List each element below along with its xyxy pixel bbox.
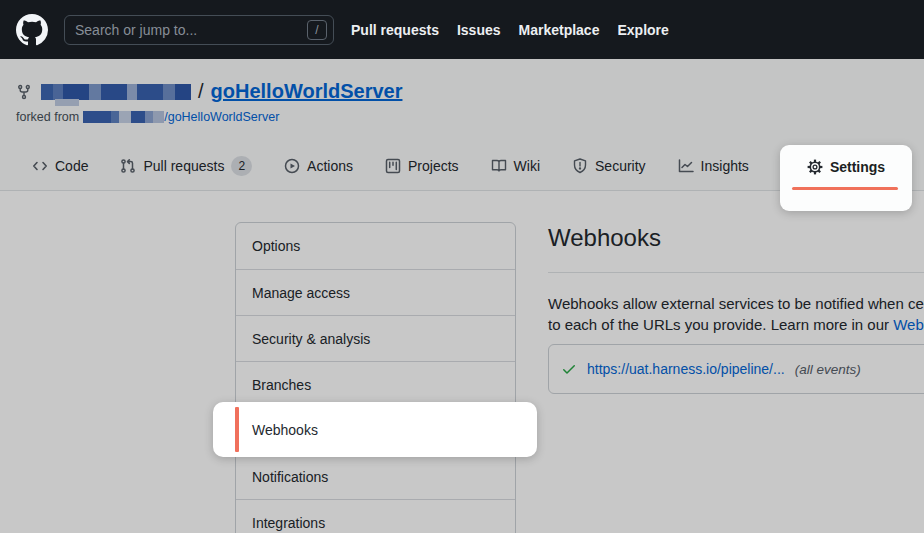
nav-link-issues[interactable]: Issues xyxy=(457,22,501,38)
sidebar-item-security-analysis[interactable]: Security & analysis xyxy=(236,315,515,361)
tab-code-label: Code xyxy=(55,158,88,174)
nav-link-pull-requests[interactable]: Pull requests xyxy=(351,22,439,38)
shield-icon xyxy=(572,158,588,174)
check-icon xyxy=(561,361,577,377)
tab-insights-label: Insights xyxy=(701,158,749,174)
pull-requests-count-badge: 2 xyxy=(231,156,252,176)
tab-pull-requests-label: Pull requests xyxy=(143,158,224,174)
fork-source-link[interactable]: /goHelloWorldServer xyxy=(164,110,279,124)
search-input[interactable] xyxy=(75,22,307,38)
description-line2: to each of the URLs you provide. Learn m… xyxy=(548,316,893,333)
repo-title: / goHelloWorldServer xyxy=(16,80,908,103)
search-box: / xyxy=(64,15,334,45)
webhooks-guide-link[interactable]: Webho xyxy=(893,316,924,333)
description-line1: Webhooks allow external services to be n… xyxy=(548,295,924,312)
tab-wiki[interactable]: Wiki xyxy=(491,158,540,174)
top-navbar: / Pull requests Issues Marketplace Explo… xyxy=(0,0,924,59)
repo-name-link[interactable]: goHelloWorldServer xyxy=(211,80,403,103)
tab-settings-label: Settings xyxy=(830,159,885,175)
code-icon xyxy=(32,158,48,174)
search-shortcut-key: / xyxy=(307,20,327,40)
sidebar-item-webhooks[interactable]: Webhooks xyxy=(213,402,537,457)
sidebar-item-branches[interactable]: Branches xyxy=(236,361,515,407)
tab-actions[interactable]: Actions xyxy=(284,158,353,174)
pull-request-icon xyxy=(120,158,136,174)
tab-actions-label: Actions xyxy=(307,158,353,174)
repo-forked-icon xyxy=(16,84,32,100)
webhook-url-link[interactable]: https://uat.harness.io/pipeline/... xyxy=(587,361,785,377)
selected-tab-underline xyxy=(792,187,898,190)
tab-projects-label: Projects xyxy=(408,158,459,174)
sidebar-item-options[interactable]: Options xyxy=(236,223,515,269)
tab-wiki-label: Wiki xyxy=(514,158,540,174)
webhooks-panel: Webhooks Webhooks allow external service… xyxy=(548,220,924,394)
sidebar-item-webhooks-label: Webhooks xyxy=(252,402,318,457)
tab-security[interactable]: Security xyxy=(572,158,646,174)
sidebar-item-notifications[interactable]: Notifications xyxy=(236,453,515,499)
webhook-list-item: https://uat.harness.io/pipeline/... (all… xyxy=(548,344,924,394)
tab-code[interactable]: Code xyxy=(32,158,88,174)
nav-link-marketplace[interactable]: Marketplace xyxy=(519,22,600,38)
tab-projects[interactable]: Projects xyxy=(385,158,459,174)
page-title: Webhooks xyxy=(548,220,924,256)
tab-security-label: Security xyxy=(595,158,646,174)
forked-from-label: forked from xyxy=(16,110,79,124)
redacted-source-owner xyxy=(83,111,164,123)
heading-divider xyxy=(548,272,924,273)
settings-page: Options Manage access Security & analysi… xyxy=(0,191,924,533)
selected-item-accent-bar xyxy=(235,407,239,452)
github-logo-icon[interactable] xyxy=(16,14,48,46)
tab-insights[interactable]: Insights xyxy=(678,158,749,174)
book-icon xyxy=(491,158,507,174)
webhooks-description: Webhooks allow external services to be n… xyxy=(548,293,924,335)
redacted-owner-name xyxy=(41,84,191,100)
global-nav-links: Pull requests Issues Marketplace Explore xyxy=(351,22,669,38)
forked-from-line: forked from /goHelloWorldServer xyxy=(16,110,908,124)
webhook-events-scope: (all events) xyxy=(795,362,861,377)
tab-pull-requests[interactable]: Pull requests 2 xyxy=(120,156,252,176)
repo-title-separator: / xyxy=(198,80,204,103)
settings-sidebar: Options Manage access Security & analysi… xyxy=(235,222,516,533)
graph-icon xyxy=(678,158,694,174)
page: / Pull requests Issues Marketplace Explo… xyxy=(0,0,924,533)
project-board-icon xyxy=(385,158,401,174)
sidebar-item-integrations[interactable]: Integrations xyxy=(236,499,515,533)
play-circle-icon xyxy=(284,158,300,174)
tab-settings[interactable]: Settings xyxy=(780,145,912,211)
nav-link-explore[interactable]: Explore xyxy=(617,22,668,38)
sidebar-item-manage-access[interactable]: Manage access xyxy=(236,269,515,315)
gear-icon xyxy=(807,159,823,175)
